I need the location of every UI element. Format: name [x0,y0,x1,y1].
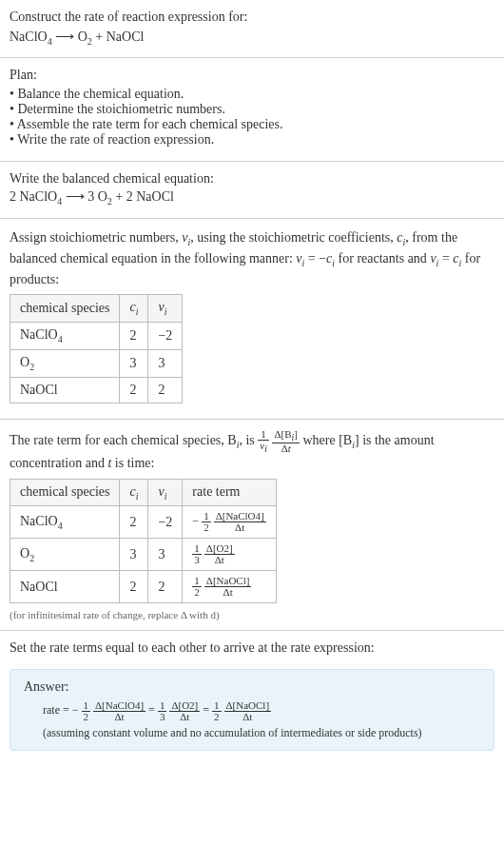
prompt-title: Construct the rate of reaction expressio… [10,8,494,27]
table-row: NaOCl 2 2 [10,377,183,403]
table-row: O2 3 3 [10,349,183,377]
cell-species: O2 [10,349,120,377]
table-row: NaClO4 2 −2 [10,323,183,350]
table-header-row: chemical species ci νi [10,295,183,323]
balanced-equation: 2 NaClO4 ⟶ 3 O2 + 2 NaOCl [10,187,494,208]
col-ci: ci [120,295,148,323]
sign: − [72,704,79,718]
divider [0,630,504,631]
col-vi: νi [148,295,183,323]
cell-species: NaClO4 [10,506,120,539]
rateterm-intro: The rate term for each chemical species,… [10,429,494,473]
table-row: NaClO4 2 −2 − 12 Δ[NaClO4]Δt [10,506,277,539]
delta-frac: Δ[NaClO4]Δt [214,511,266,533]
delta-frac: Δ[O2]Δt [204,543,235,565]
text: The rate term for each chemical species,… [10,433,237,447]
divider [0,218,504,219]
delta-frac: Δ[O2]Δt [169,700,200,722]
cell-ci: 2 [120,323,148,350]
plan-list: Balance the chemical equation. Determine… [10,87,494,148]
divider [0,419,504,420]
answer-expression: rate = − 12 Δ[NaClO4]Δt = 13 Δ[O2]Δt = 1… [24,700,480,722]
cell-rate-term: 12 Δ[NaOCl]Δt [183,571,276,603]
col-rate-term: rate term [183,479,276,506]
prompt-equation: NaClO4 ⟶ O2 + NaOCl [10,27,494,49]
stoich-table: chemical species ci νi NaClO4 2 −2 O2 3 … [10,294,183,403]
cell-ci: 3 [120,349,148,377]
text: , is [239,433,258,447]
rateterm-section: The rate term for each chemical species,… [0,422,504,629]
cell-species: O2 [10,539,120,571]
plan-item: Determine the stoichiometric numbers. [10,102,494,117]
cell-vi: 3 [148,349,183,377]
cell-vi: 3 [148,539,183,571]
col-species: chemical species [10,479,120,506]
delta-frac: Δ[NaClO4]Δt [93,700,145,722]
balanced-section: Write the balanced chemical equation: 2 … [0,164,504,216]
answer-box: Answer: rate = − 12 Δ[NaClO4]Δt = 13 Δ[O… [10,669,494,751]
cell-vi: −2 [148,323,183,350]
coef-frac: 12 [192,576,202,598]
divider [0,161,504,162]
balanced-heading: Write the balanced chemical equation: [10,171,494,187]
table-row: NaOCl 2 2 12 Δ[NaOCl]Δt [10,571,277,603]
coef-frac: 12 [82,700,91,722]
table-header-row: chemical species ci νi rate term [10,479,277,506]
cell-species: NaOCl [10,571,120,603]
answer-label: Answer: [24,679,480,695]
prompt-section: Construct the rate of reaction expressio… [0,0,504,55]
rate-prefix: rate = [43,704,72,718]
col-vi: νi [148,479,183,506]
cell-rate-term: − 12 Δ[NaClO4]Δt [183,506,276,539]
cell-ci: 3 [120,539,148,571]
frac-dBi-dt: Δ[Bi]Δt [272,429,300,454]
table-row: O2 3 3 13 Δ[O2]Δt [10,539,277,571]
rateterm-note: (for infinitesimal rate of change, repla… [10,609,494,620]
cell-ci: 2 [120,377,148,403]
text: where [B [302,433,352,447]
rateterm-table: chemical species ci νi rate term NaClO4 … [10,479,277,604]
divider [0,57,504,58]
coef-frac: 13 [158,700,167,722]
cell-species: NaClO4 [10,323,120,350]
answer-note: (assuming constant volume and no accumul… [24,726,480,740]
plan-item: Write the rate of reaction expression. [10,132,494,148]
stoich-section: Assign stoichiometric numbers, νi, using… [0,221,504,417]
cell-vi: 2 [148,377,183,403]
cell-ci: 2 [120,506,148,539]
col-ci: ci [120,479,148,506]
col-species: chemical species [10,295,120,323]
sign: − [192,515,199,528]
cell-vi: −2 [148,506,183,539]
plan-heading: Plan: [10,68,494,83]
final-heading: Set the rate terms equal to each other t… [10,640,494,656]
stoich-intro: Assign stoichiometric numbers, νi, using… [10,228,494,288]
coef-frac: 12 [212,700,222,722]
text: is time: [111,456,154,470]
plan-section: Plan: Balance the chemical equation. Det… [0,60,504,159]
final-section: Set the rate terms equal to each other t… [0,633,504,663]
delta-frac: Δ[NaOCl]Δt [204,576,252,598]
cell-rate-term: 13 Δ[O2]Δt [183,539,276,571]
cell-ci: 2 [120,571,148,603]
frac-one-over-vi: 1νi [258,429,269,454]
cell-vi: 2 [148,571,183,603]
coef-frac: 13 [192,543,202,565]
cell-species: NaOCl [10,377,120,403]
coef-frac: 12 [202,511,211,533]
plan-item: Balance the chemical equation. [10,87,494,102]
delta-frac: Δ[NaOCl]Δt [224,700,272,722]
plan-item: Assemble the rate term for each chemical… [10,117,494,132]
